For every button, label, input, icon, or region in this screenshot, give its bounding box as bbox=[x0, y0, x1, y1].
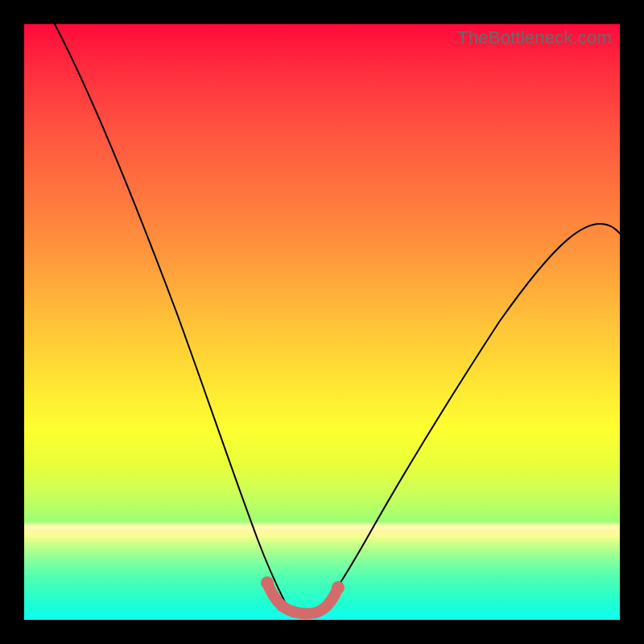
valley-dot-mid3 bbox=[317, 604, 327, 613]
valley-dot-mid1 bbox=[277, 602, 287, 612]
right-curve bbox=[326, 224, 620, 604]
valley-dot-mid2 bbox=[297, 609, 307, 618]
chart-svg bbox=[24, 24, 620, 620]
chart-frame: TheBottleneck.com bbox=[0, 0, 644, 644]
plot-area: TheBottleneck.com bbox=[24, 24, 620, 620]
valley-dot-left bbox=[261, 576, 274, 589]
valley-dot-right bbox=[332, 581, 345, 594]
left-curve bbox=[55, 24, 286, 604]
